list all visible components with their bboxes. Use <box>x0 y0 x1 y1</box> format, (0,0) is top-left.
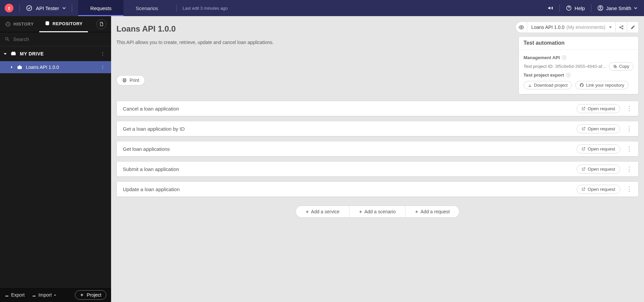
divider <box>559 4 560 12</box>
svg-point-5 <box>6 38 8 40</box>
sidebar-tab-repository[interactable]: REPOSITORY <box>39 16 88 32</box>
share-button[interactable] <box>616 21 627 33</box>
preview-toggle[interactable] <box>515 21 527 33</box>
request-list: Cancel a loan applicationOpen request⋮Ge… <box>116 101 639 197</box>
request-card[interactable]: Get loan applicationsOpen request⋮ <box>116 141 639 157</box>
print-icon <box>122 78 127 83</box>
panel-header: Test automation <box>519 37 638 50</box>
import-label: Import <box>38 292 52 298</box>
open-request-button[interactable]: Open request <box>577 104 620 113</box>
request-card[interactable]: Submit a loan applicationOpen request⋮ <box>116 161 639 177</box>
tree-item-more-button[interactable]: ⋮ <box>100 64 105 70</box>
sidebar-footer: Export Import Project <box>0 287 111 302</box>
sidebar-search[interactable] <box>0 32 111 46</box>
request-name: Cancel a loan application <box>123 106 179 112</box>
open-request-label: Open request <box>588 126 615 131</box>
request-more-button[interactable]: ⋮ <box>626 166 632 172</box>
search-icon <box>5 37 10 42</box>
page-description: This API allows you to create, retrieve,… <box>116 40 274 45</box>
add-request-button[interactable]: Add a request <box>405 206 459 217</box>
help-label: Help <box>575 5 585 11</box>
open-request-button[interactable]: Open request <box>577 124 620 133</box>
app-selector[interactable]: API Tester <box>26 5 66 11</box>
edit-button[interactable] <box>627 21 639 33</box>
divider <box>591 4 591 12</box>
search-input[interactable] <box>13 36 106 42</box>
help-icon <box>566 5 572 11</box>
nav-tab-requests[interactable]: Requests <box>78 0 123 16</box>
download-project-button[interactable]: Download project <box>524 81 572 89</box>
link-repo-button[interactable]: Link your repository <box>575 81 628 89</box>
user-menu[interactable]: Jane Smith <box>597 5 637 11</box>
tab-label: REPOSITORY <box>53 21 83 26</box>
page-title: Loans API 1.0.0 <box>116 24 274 34</box>
github-icon <box>580 83 584 87</box>
open-request-label: Open request <box>588 167 615 172</box>
upload-icon <box>32 293 36 297</box>
new-request-button[interactable] <box>96 19 106 29</box>
chevron-down-icon <box>62 6 66 10</box>
add-request-label: Add a request <box>420 209 450 214</box>
request-card[interactable]: Get a loan application by IDOpen request… <box>116 121 639 136</box>
copy-label: Copy <box>619 64 629 69</box>
feedback-button[interactable] <box>547 5 553 11</box>
print-label: Print <box>130 78 139 83</box>
request-card[interactable]: Update a loan applicationOpen request⋮ <box>116 181 639 197</box>
request-name: Submit a loan application <box>123 166 179 172</box>
svg-rect-7 <box>12 52 15 52</box>
sidebar-tab-history[interactable]: HISTORY <box>0 16 39 32</box>
add-bar: Add a service Add a scenario Add a reque… <box>296 206 459 218</box>
request-card[interactable]: Cancel a loan applicationOpen request⋮ <box>116 101 639 116</box>
divider <box>72 4 72 12</box>
request-more-button[interactable]: ⋮ <box>626 105 632 112</box>
request-name: Get loan applications <box>123 146 170 152</box>
sidebar: HISTORY REPOSITORY <box>0 16 111 302</box>
drive-icon <box>10 51 16 57</box>
chevron-down-icon <box>634 6 637 10</box>
export-button[interactable]: Export <box>5 292 24 298</box>
help-button[interactable]: Help <box>566 5 585 11</box>
add-scenario-button[interactable]: Add a scenario <box>349 206 405 217</box>
app-logo[interactable]: t <box>5 4 13 12</box>
open-request-label: Open request <box>588 106 615 111</box>
megaphone-icon <box>547 5 553 11</box>
check-badge-icon <box>26 5 33 11</box>
drive-label: MY DRIVE <box>20 51 44 56</box>
open-request-label: Open request <box>588 187 615 192</box>
drive-more-button[interactable]: ⋮ <box>100 51 105 56</box>
add-scenario-label: Add a scenario <box>364 209 396 214</box>
copy-icon <box>613 64 617 69</box>
add-service-button[interactable]: Add a service <box>296 206 349 217</box>
nav-tab-scenarios[interactable]: Scenarios <box>123 0 170 16</box>
open-request-button[interactable]: Open request <box>577 165 620 174</box>
open-request-button[interactable]: Open request <box>577 144 620 154</box>
environment-select[interactable]: Loans API 1.0.0 (My environments) <box>527 21 616 33</box>
help-hint-icon[interactable]: ? <box>566 73 571 77</box>
download-label: Download project <box>534 83 567 88</box>
svg-rect-6 <box>11 52 16 55</box>
new-project-button[interactable]: Project <box>75 290 106 300</box>
tab-label: HISTORY <box>13 21 34 27</box>
request-more-button[interactable]: ⋮ <box>626 126 632 132</box>
open-request-button[interactable]: Open request <box>577 185 620 194</box>
help-hint-icon[interactable]: ? <box>562 55 566 60</box>
copy-button[interactable]: Copy <box>609 62 634 71</box>
briefcase-icon <box>17 64 22 70</box>
divider <box>19 4 20 12</box>
drive-header[interactable]: MY DRIVE ⋮ <box>0 46 111 61</box>
print-button[interactable]: Print <box>116 75 145 85</box>
env-hint: (My environments) <box>566 25 605 30</box>
external-link-icon <box>582 147 586 151</box>
nav-tab-label: Requests <box>90 5 111 11</box>
download-icon <box>5 293 9 297</box>
request-more-button[interactable]: ⋮ <box>626 186 632 192</box>
import-button[interactable]: Import <box>32 292 56 298</box>
download-icon <box>528 83 532 87</box>
share-icon <box>619 25 624 30</box>
svg-point-3 <box>600 7 601 8</box>
tree-item-loans-api[interactable]: Loans API 1.0.0 ⋮ <box>0 61 111 73</box>
request-more-button[interactable]: ⋮ <box>626 146 632 152</box>
open-request-label: Open request <box>588 146 615 152</box>
user-name: Jane Smith <box>606 5 631 11</box>
chevron-right-icon <box>10 66 13 69</box>
